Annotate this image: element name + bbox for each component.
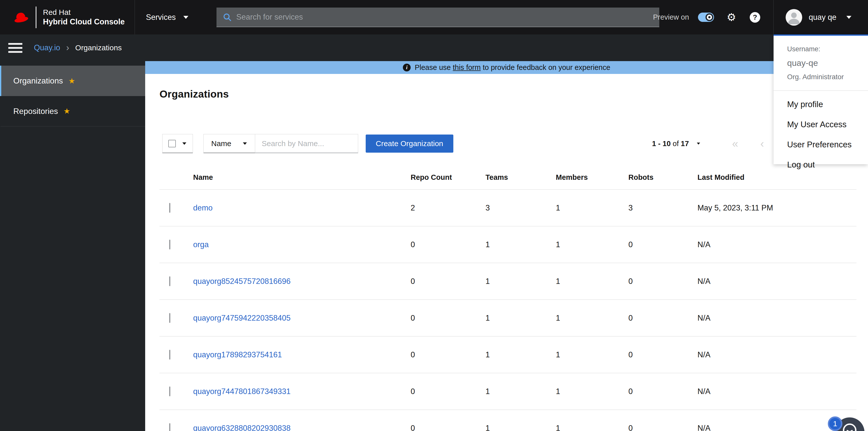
- filter-type-label: Name: [211, 139, 231, 148]
- help-question-icon[interactable]: ?: [750, 12, 760, 23]
- toggle-knob: [706, 13, 713, 21]
- row-checkbox[interactable]: [169, 313, 170, 323]
- row-checkbox[interactable]: [169, 386, 170, 396]
- logo-line1: Red Hat: [43, 7, 125, 17]
- bulk-select-checkbox[interactable]: [168, 140, 176, 147]
- org-name-link[interactable]: quayorg7447801867349331: [193, 387, 411, 396]
- row-checkbox[interactable]: [169, 240, 170, 250]
- pagination-caret-icon[interactable]: [697, 143, 700, 145]
- caret-down-icon: [182, 142, 186, 145]
- services-menu-button[interactable]: Services: [146, 13, 188, 22]
- cell-robots: 0: [628, 314, 698, 323]
- logo-divider: [36, 6, 36, 28]
- cell-members: 1: [556, 203, 628, 212]
- red-hat-logo[interactable]: Red Hat Hybrid Cloud Console: [0, 0, 135, 34]
- bulk-select-dropdown[interactable]: [162, 134, 193, 153]
- row-checkbox[interactable]: [169, 276, 170, 286]
- cell-robots: 0: [628, 350, 698, 359]
- cell-repo-count: 0: [411, 387, 486, 396]
- user-menu-item[interactable]: My profile: [774, 94, 868, 114]
- cell-members: 1: [556, 350, 628, 359]
- row-checkbox[interactable]: [169, 423, 170, 431]
- cell-repo-count: 0: [411, 424, 486, 431]
- username-label: Username:: [787, 45, 855, 53]
- table-row: quayorg8524575720816696 0 1 1 0 N/A: [159, 263, 857, 300]
- row-checkbox[interactable]: [169, 350, 170, 360]
- org-search-input[interactable]: [255, 134, 358, 153]
- col-header-name: Name: [193, 173, 411, 181]
- cell-repo-count: 0: [411, 314, 486, 323]
- create-organization-button[interactable]: Create Organization: [366, 135, 453, 153]
- table-row: orga 0 1 1 0 N/A: [159, 226, 857, 263]
- cell-last-modified: N/A: [698, 350, 857, 359]
- favorite-star-icon[interactable]: ★: [68, 77, 75, 85]
- cell-last-modified: N/A: [698, 240, 857, 249]
- main-content: i Please use this form to provide feedba…: [145, 61, 868, 431]
- cell-members: 1: [556, 424, 628, 431]
- sidebar-item[interactable]: Organizations ★: [0, 66, 145, 96]
- feedback-form-link[interactable]: this form: [453, 63, 481, 71]
- cell-robots: 0: [628, 240, 698, 249]
- sidebar-item[interactable]: Repositories ★: [0, 96, 145, 126]
- angle-double-left-icon[interactable]: «: [732, 138, 738, 149]
- chat-notification-badge[interactable]: 1: [828, 416, 842, 431]
- filter-type-dropdown[interactable]: Name: [204, 134, 255, 153]
- feedback-banner: i Please use this form to provide feedba…: [145, 61, 868, 74]
- org-name-link[interactable]: demo: [193, 203, 411, 212]
- preview-toggle[interactable]: [698, 12, 714, 22]
- caret-down-icon: [243, 142, 247, 145]
- cell-members: 1: [556, 277, 628, 286]
- banner-text-before: Please use: [415, 63, 451, 71]
- org-name-link[interactable]: quayorg7475942220358405: [193, 314, 411, 323]
- sidebar-item-label: Repositories: [13, 107, 58, 116]
- cell-robots: 3: [628, 203, 698, 212]
- user-role: Org. Administrator: [787, 73, 855, 81]
- search-icon: [222, 12, 232, 22]
- breadcrumb-current: Organizations: [75, 44, 122, 52]
- cell-last-modified: N/A: [698, 314, 857, 323]
- table-row: quayorg6328808202930838 0 1 1 0 N/A: [159, 410, 857, 431]
- table-row: quayorg7475942220358405 0 1 1 0 N/A: [159, 300, 857, 337]
- cell-teams: 1: [486, 350, 556, 359]
- user-menu-header: Username: quay-qe Org. Administrator: [774, 45, 868, 81]
- user-menu-item[interactable]: Log out: [774, 155, 868, 175]
- table-row: demo 2 3 1 3 May 5, 2023, 3:11 PM: [159, 190, 857, 226]
- favorite-star-icon[interactable]: ★: [64, 107, 70, 115]
- global-search: [217, 7, 659, 27]
- page-title: Organizations: [159, 88, 857, 100]
- org-name-link[interactable]: quayorg6328808202930838: [193, 424, 411, 431]
- col-header-robots: Robots: [628, 173, 698, 181]
- cell-teams: 1: [486, 240, 556, 249]
- org-name-link[interactable]: quayorg17898293754161: [193, 350, 411, 359]
- cell-last-modified: May 5, 2023, 3:11 PM: [698, 203, 857, 212]
- cell-last-modified: N/A: [698, 387, 857, 396]
- pagination: 1 - 10 of 17 « ‹: [652, 138, 764, 149]
- row-checkbox[interactable]: [169, 203, 170, 213]
- info-circle-icon: i: [403, 64, 411, 71]
- settings-gear-icon[interactable]: ⚙: [726, 12, 736, 23]
- table-row: quayorg7447801867349331 0 1 1 0 N/A: [159, 373, 857, 410]
- table-header-row: Name Repo Count Teams Members Robots Las…: [159, 166, 857, 190]
- user-menu-item[interactable]: My User Access: [774, 114, 868, 135]
- org-name-link[interactable]: quayorg8524575720816696: [193, 277, 411, 286]
- cell-robots: 0: [628, 387, 698, 396]
- user-menu-item[interactable]: User Preferences: [774, 135, 868, 155]
- breadcrumb-link-quayio[interactable]: Quay.io: [34, 43, 60, 52]
- org-name-link[interactable]: orga: [193, 240, 411, 249]
- cell-last-modified: N/A: [698, 277, 857, 286]
- masthead: Red Hat Hybrid Cloud Console Services Pr…: [0, 0, 868, 34]
- global-search-input[interactable]: [236, 12, 653, 22]
- logo-line2: Hybrid Cloud Console: [43, 17, 125, 27]
- user-menu-toggle[interactable]: quay qe: [774, 0, 868, 34]
- hamburger-icon[interactable]: [8, 43, 22, 53]
- pagination-total: 17: [681, 140, 689, 148]
- breadcrumb-separator-icon: ›: [66, 43, 69, 52]
- user-menu-items: My profile My User Access User Preferenc…: [774, 91, 868, 175]
- cell-teams: 1: [486, 314, 556, 323]
- caret-down-icon: [846, 16, 851, 19]
- chat-bubble-icon: [841, 422, 859, 431]
- cell-teams: 1: [486, 387, 556, 396]
- angle-left-icon[interactable]: ‹: [760, 138, 764, 149]
- cell-teams: 1: [486, 424, 556, 431]
- cell-members: 1: [556, 387, 628, 396]
